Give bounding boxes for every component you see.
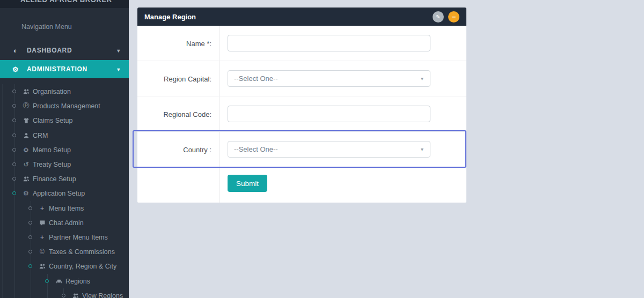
selected-option: --Select One-- [234,145,278,153]
bullet-icon [12,148,16,152]
sidebar-item-label: ADMINISTRATION [27,65,87,73]
sidebar-item-crm[interactable]: CRM ▾ [0,128,129,143]
minus-icon: − [452,13,456,21]
chat-icon [38,220,46,226]
sync-icon: ↺ [22,161,30,168]
sidebar-item-finance-setup[interactable]: Finance Setup ▾ [0,172,129,186]
region-capital-select[interactable]: --Select One-- ▾ [228,70,430,87]
chevron-down-icon: ▾ [117,66,120,72]
sidebar-item-label: Claims Setup [33,117,72,124]
sidebar-item-treaty-setup[interactable]: ↺ Treaty Setup ▾ [0,157,129,172]
sidebar-item-label: Products Management [33,102,100,110]
sidebar-item-regions[interactable]: Regions ▾ [0,274,129,288]
chevron-down-icon: ▾ [117,48,120,54]
selected-option: --Select One-- [234,74,278,83]
submit-button[interactable]: Submit [228,175,267,192]
sidebar-item-label: View Regions [82,292,123,298]
sidebar-item-country-region-city[interactable]: Country, Region & City ▾ [0,259,129,273]
bullet-icon [12,191,16,195]
pencil-icon: ✎ [436,14,440,20]
sidebar-item-label: DASHBOARD [27,47,72,54]
sidebar-item-label: Memo Setup [33,146,71,154]
sidebar-item-view-regions[interactable]: View Regions [0,288,129,298]
bullet-icon [12,118,16,122]
chevron-down-icon: ▾ [421,146,423,152]
form-row-name: Name *: [137,26,466,61]
bullet-icon [12,90,16,93]
gear-icon: ⚙ [11,65,20,73]
bullet-icon [28,264,32,268]
brand-text: ALLIED AFRICA BROKER [20,0,112,4]
bullet-icon [28,235,32,239]
manage-region-panel: Manage Region ✎ − Name *: Region Capital… [137,8,466,203]
bullet-icon [12,177,16,181]
panel-body: Name *: Region Capital: --Select One-- ▾… [137,26,466,203]
country-select[interactable]: --Select One-- ▾ [228,141,430,158]
sidebar-item-label: Menu Items [49,205,84,212]
users-icon [22,176,30,182]
sidebar-item-label: Treaty Setup [33,161,71,168]
region-capital-label: Region Capital: [137,61,211,96]
sidebar-item-label: Regions [65,278,90,285]
plus-icon: + [38,205,46,212]
sidebar-item-label: Country, Region & City [49,263,116,270]
name-input[interactable] [228,35,430,51]
bullet-icon [12,104,16,108]
sidebar-item-label: Partner Menu Items [49,234,108,241]
panel-header: Manage Region ✎ − [137,8,466,26]
sidebar-item-label: Taxes & Commissions [49,248,115,256]
chevron-down-icon: ▾ [421,76,423,81]
sidebar-item-label: Chat Admin [49,219,84,227]
form-row-regional-code: Regional Code: [137,96,466,132]
regional-code-label: Regional Code: [137,96,211,132]
users-icon [22,88,30,95]
sidebar-item-label: Organisation [33,88,71,95]
sidebar-item-partner-menu-items[interactable]: + Partner Menu Items ▾ [0,230,129,244]
plus-icon: + [38,234,46,241]
sidebar-item-application-setup[interactable]: ⚙ Application Setup ▾ [0,186,129,200]
users-icon [38,263,46,270]
edit-button[interactable]: ✎ [433,11,444,23]
bullet-icon [12,162,16,166]
shirt-icon [22,117,30,124]
collapse-button[interactable]: − [448,11,459,23]
bullet-icon [28,250,32,254]
form-row-country: Country : --Select One-- ▾ [137,132,466,167]
users-icon [71,293,79,298]
sidebar-item-menu-items[interactable]: + Menu Items ▾ [0,201,129,215]
sidebar-item-label: Finance Setup [33,175,76,183]
sidebar-item-label: CRM [33,132,48,139]
sidebar-item-memo-setup[interactable]: ⚙ Memo Setup ▾ [0,143,129,157]
sidebar-item-organisation[interactable]: Organisation ▾ [0,84,129,99]
form-row-submit: Submit [137,167,466,203]
sidebar-item-dashboard[interactable]: ◐ DASHBOARD ▾ [0,43,129,58]
bullet-icon [28,221,32,225]
country-label: Country : [137,132,211,167]
panel-title: Manage Region [144,13,196,21]
bullet-icon [62,294,65,297]
gear-icon: ⚙ [22,146,30,154]
commission-circle-icon: © [38,248,46,256]
name-label: Name *: [137,26,211,61]
bullet-icon [28,206,32,210]
product-circle-icon: Ⓟ [22,101,30,110]
sidebar-item-chat-admin[interactable]: Chat Admin [0,215,129,230]
gear-icon: ⚙ [22,190,30,197]
form-row-region-capital: Region Capital: --Select One-- ▾ [137,61,466,96]
bullet-icon [45,279,49,283]
regional-code-input[interactable] [228,106,430,122]
bullet-icon [12,133,16,137]
navigation-menu-label: Navigation Menu [21,23,72,31]
sidebar-item-claims-setup[interactable]: Claims Setup ▾ [0,113,129,128]
sidebar-item-taxes-commissions[interactable]: © Taxes & Commissions ▾ [0,244,129,259]
sidebar: ALLIED AFRICA BROKER Navigation Menu ◐ D… [0,0,129,298]
person-icon [22,132,30,139]
sidebar-item-administration[interactable]: ⚙ ADMINISTRATION ▾ [0,60,129,78]
sidebar-item-products-management[interactable]: Ⓟ Products Management ▾ [0,99,129,113]
sidebar-item-label: Application Setup [33,190,85,197]
car-icon [55,278,63,285]
brand-logo[interactable]: ALLIED AFRICA BROKER [0,0,129,8]
adjust-icon: ◐ [11,47,20,55]
